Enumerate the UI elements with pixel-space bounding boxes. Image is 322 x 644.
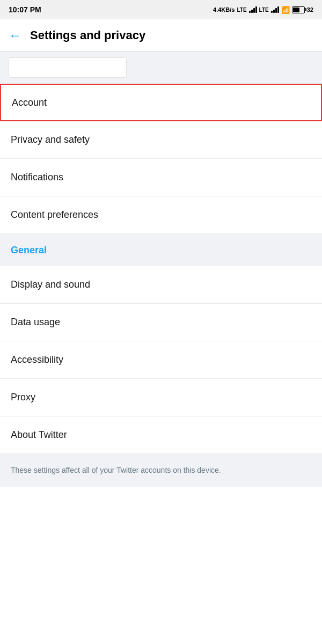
menu-item-proxy[interactable]: Proxy xyxy=(0,379,322,416)
menu-item-accessibility-label: Accessibility xyxy=(11,354,63,365)
account-section: Account Privacy and safety Notifications… xyxy=(0,84,322,234)
network-speed: 4.4KB/s xyxy=(213,6,235,13)
wifi-icon: 📶 xyxy=(281,6,290,14)
menu-item-data-usage[interactable]: Data usage xyxy=(0,304,322,341)
lte-icon: LTE xyxy=(237,7,246,13)
menu-item-proxy-label: Proxy xyxy=(11,392,35,403)
menu-item-account-label: Account xyxy=(12,97,47,108)
menu-item-content-preferences-label: Content preferences xyxy=(11,209,98,221)
menu-item-display-sound[interactable]: Display and sound xyxy=(0,266,322,304)
status-icons: 4.4KB/s LTE LTE 📶 32 xyxy=(213,6,313,14)
footer-note: These settings affect all of your Twitte… xyxy=(0,454,322,487)
search-bar-area xyxy=(0,52,322,84)
lte-icon-2: LTE xyxy=(259,7,269,13)
status-time: 10:07 PM xyxy=(9,5,41,14)
general-section-label: General xyxy=(11,245,47,256)
battery-level: 32 xyxy=(307,6,313,13)
menu-item-notifications[interactable]: Notifications xyxy=(0,159,322,196)
page-title: Settings and privacy xyxy=(30,28,145,42)
general-section-header: General xyxy=(0,234,322,266)
menu-item-accessibility[interactable]: Accessibility xyxy=(0,341,322,379)
search-input[interactable] xyxy=(9,57,127,78)
menu-item-data-usage-label: Data usage xyxy=(11,317,60,328)
signal-bars-1 xyxy=(249,6,257,13)
back-arrow-icon: ← xyxy=(9,28,21,43)
footer-text: These settings affect all of your Twitte… xyxy=(11,466,221,474)
menu-item-content-preferences[interactable]: Content preferences xyxy=(0,196,322,234)
header: ← Settings and privacy xyxy=(0,19,322,52)
back-button[interactable]: ← xyxy=(9,28,21,43)
menu-item-about-twitter[interactable]: About Twitter xyxy=(0,416,322,454)
menu-item-privacy-safety[interactable]: Privacy and safety xyxy=(0,121,322,159)
signal-bars-2 xyxy=(271,6,279,13)
menu-item-account[interactable]: Account xyxy=(0,84,322,121)
general-section: Display and sound Data usage Accessibili… xyxy=(0,266,322,454)
status-bar: 10:07 PM 4.4KB/s LTE LTE 📶 32 xyxy=(0,0,322,19)
menu-item-display-sound-label: Display and sound xyxy=(11,279,90,290)
menu-item-privacy-safety-label: Privacy and safety xyxy=(11,134,90,145)
menu-item-notifications-label: Notifications xyxy=(11,172,63,183)
battery-icon xyxy=(292,6,305,13)
menu-item-about-twitter-label: About Twitter xyxy=(11,429,67,441)
